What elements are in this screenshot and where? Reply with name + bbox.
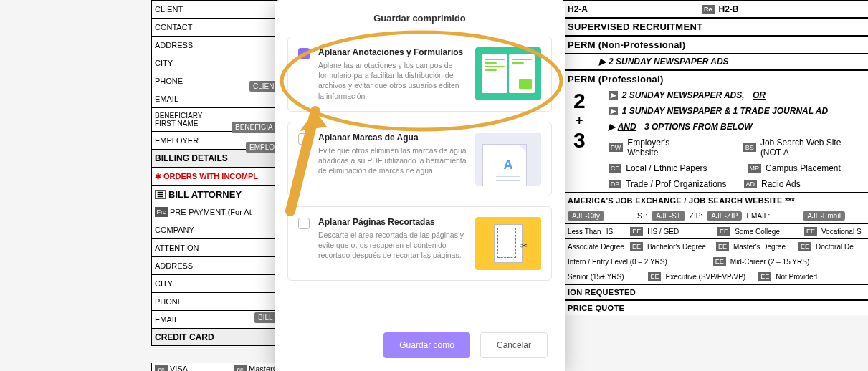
cancel-button[interactable]: Cancelar (480, 332, 548, 358)
label-prepayment[interactable]: Frc PRE-PAYMENT (For At (151, 203, 280, 221)
label-attention: ATTENTION (151, 238, 280, 256)
label-city2: CITY (151, 274, 280, 292)
checkbox-flatten-cropped[interactable] (298, 218, 310, 229)
label-client: CLIENT (151, 0, 280, 18)
pill-bill[interactable]: BILL (254, 312, 277, 323)
modal-title: Guardar comprimido (275, 0, 565, 26)
aje-fields: AJE-City ST:AJE-ST ZIP:AJE-ZIP EMAIL: AJ… (563, 208, 868, 223)
label-bill-attorney[interactable]: ☰ BILL ATTORNEY (151, 185, 280, 203)
checkbox-flatten-annotations[interactable] (298, 48, 310, 59)
illustration-watermark-icon: A (475, 132, 541, 186)
section-creditcard: CREDIT CARD (151, 328, 280, 346)
option1-desc: Aplane las anotaciones y los campos de f… (318, 60, 467, 101)
exp-row-1: Intern / Entry Level (0 – 2 YRS) EEMid-C… (563, 254, 868, 269)
label-city: CITY (151, 54, 280, 72)
np-line: ▶ 2 SUNDAY NEWSPAPER ADS (563, 53, 868, 69)
label-email: EMAIL (151, 90, 280, 107)
option-flatten-watermarks[interactable]: Aplanar Marcas de Agua Evite que otros e… (287, 122, 552, 196)
pill-beneficiary[interactable]: BENEFICIA (232, 122, 277, 132)
modal-actions: Guardar como Cancelar (275, 332, 565, 358)
option-flatten-cropped[interactable]: Aplanar Páginas Recortadas Descarte el á… (287, 206, 552, 281)
pill-employer[interactable]: EMPLO (246, 142, 278, 153)
option3-title: Aplanar Páginas Recortadas (318, 217, 467, 227)
save-as-button[interactable]: Guardar como (383, 332, 470, 358)
illustration-crop-icon: ✂ (475, 217, 541, 270)
hdr-perm-p: PERM (Professional) (563, 69, 868, 87)
hdr-price-quote: PRICE QUOTE (563, 299, 868, 315)
aje-city-field[interactable]: AJE-City (568, 211, 604, 221)
edu-row-2: Associate Degree EEBachelor's Degree EEM… (563, 238, 868, 254)
label-address: ADDRESS (151, 36, 280, 54)
orders-warning: ✱ ORDERS WITH INCOMPL (151, 167, 280, 185)
label-contact: CONTACT (151, 18, 280, 36)
pill-client[interactable]: CLIEN (249, 81, 277, 92)
label-phone2: PHONE (151, 292, 280, 310)
edu-row-1: Less Than HS EEHS / GED EESome College E… (563, 223, 868, 238)
hdr-supervised: SUPERVISED RECRUITMENT (563, 17, 868, 35)
checkbox-flatten-watermarks[interactable] (298, 133, 310, 145)
hdr-perm-np: PERM (Non-Professional) (563, 35, 868, 53)
hdr-aje: AMERICA'S JOB EXCHANGE / JOB SEARCH WEBS… (563, 192, 868, 208)
option2-desc: Evite que otros eliminen las marcas de a… (318, 145, 467, 176)
option1-title: Aplanar Anotaciones y Formularios (318, 47, 467, 57)
hdr-job-req: ION REQUESTED (563, 284, 868, 299)
bg-left-labels: CLIENT CONTACT ADDRESS CITY PHONE EMAIL … (151, 0, 280, 346)
label-address2: ADDRESS (151, 256, 280, 274)
bg-right: H2-A Re H2-B SUPERVISED RECRUITMENT PERM… (563, 0, 868, 315)
label-company: COMPANY (151, 221, 280, 238)
option2-title: Aplanar Marcas de Agua (318, 132, 467, 143)
exp-row-2: Senior (15+ YRS) EEExecutive (SVP/EVP/VP… (563, 269, 868, 284)
option-flatten-annotations[interactable]: Aplanar Anotaciones y Formularios Aplane… (287, 37, 552, 112)
illustration-annotations-icon (475, 47, 541, 100)
save-compressed-modal: Guardar comprimido Aplanar Anotaciones y… (275, 0, 565, 371)
option3-desc: Descarte el área recortada de las página… (318, 230, 467, 261)
